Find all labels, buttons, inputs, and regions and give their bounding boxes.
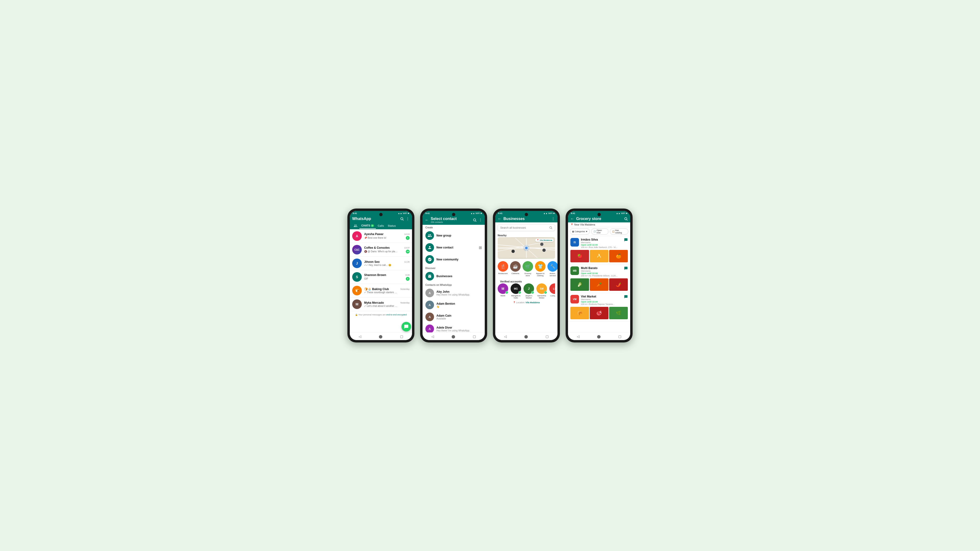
category-apparel[interactable]: 👕 Apparel & clothing	[535, 261, 546, 277]
category-auto[interactable]: 🔧 Autom. service	[547, 261, 557, 277]
verified-lucky[interactable]: LS ✓ Lucky S...	[549, 283, 555, 299]
chat-item-jihoon[interactable]: J Jihoon Seo 11:26 ✓✓ Hey, tried to call…	[350, 257, 412, 270]
search-button-2[interactable]	[473, 218, 477, 222]
contact-aby[interactable]: A Aby John Hey there! I'm using WhatsApp…	[423, 287, 485, 299]
verified-lucky-letter: LS	[553, 287, 555, 290]
search-button[interactable]	[400, 217, 404, 221]
svg-point-13	[550, 227, 552, 229]
chat-item-shannon[interactable]: S Shannon Brown 9:28 GIF 2	[350, 270, 412, 284]
wifi-icon: WiFi	[403, 212, 407, 214]
svg-line-1	[402, 219, 403, 220]
back-button-2[interactable]: ←	[425, 218, 429, 222]
store-multi-name: Multi Barato	[581, 267, 622, 270]
store-irmaos-images: 🍓 🍌 🍊	[570, 250, 628, 262]
recents-nav[interactable]: ▢	[400, 335, 403, 338]
phone-1: 9:41 ▲▲ WiFi ■ WhatsApp	[347, 208, 414, 343]
new-community-icon	[425, 255, 434, 264]
store-multi[interactable]: MB Multi Barato Mercearia Open until 22:…	[568, 265, 630, 293]
menu-button-3[interactable]	[551, 217, 555, 221]
store-multi-type: Mercearia	[581, 270, 622, 272]
chat-badge-ayesha: 1	[406, 236, 410, 240]
recents-nav-4[interactable]: ▢	[618, 335, 621, 338]
signal-icon-2: ▲▲	[471, 212, 475, 214]
new-group-label: New group	[436, 234, 451, 237]
open-now-filter[interactable]: 🕐 Open now	[591, 229, 608, 235]
store-irmaos-open: Open until 22:00	[581, 244, 622, 246]
back-nav-4[interactable]: ◁	[577, 335, 579, 338]
tab-status[interactable]: Status	[386, 223, 398, 229]
chat-item-ayesha[interactable]: A Ayesha Pawar 14:24 📌 Best one there is…	[350, 229, 412, 243]
menu-button[interactable]	[406, 217, 410, 221]
new-group-item[interactable]: New group	[423, 230, 485, 241]
businesses-search-input[interactable]	[500, 226, 549, 229]
contact-name-adele: Adele Diver	[436, 326, 470, 329]
verified-samantha-letter: SW	[540, 287, 544, 290]
phone-3-nav-bar: ◁ ⬤ ▢	[495, 332, 557, 340]
recents-nav-3[interactable]: ▢	[546, 335, 549, 338]
verified-label: Verified accounts	[498, 279, 555, 283]
phone-1-screen: 9:41 ▲▲ WiFi ■ WhatsApp	[350, 211, 412, 340]
new-community-item[interactable]: New community	[423, 254, 485, 265]
phone-2-header: ← Select contact 256 contacts	[423, 215, 485, 225]
back-nav-3[interactable]: ◁	[504, 335, 507, 338]
verified-mangata[interactable]: MG ✓ Mangata & Gallo	[511, 283, 521, 299]
verified-jasper[interactable]: J ✓ Jasper's Market	[523, 283, 534, 299]
home-nav[interactable]: ⬤	[379, 335, 383, 338]
businesses-info: Businesses	[436, 275, 452, 278]
location-footer: 📍 Location: Vila Madalena	[495, 300, 557, 305]
home-nav-3[interactable]: ⬤	[524, 335, 528, 338]
verified-markt[interactable]: M ✓ Markt	[498, 283, 508, 299]
contact-status-adam-c: Available	[436, 318, 452, 320]
verified-samantha[interactable]: SW ✓ Samantha Weber	[536, 283, 547, 299]
tab-calls[interactable]: Calls	[376, 223, 386, 229]
store-irmaos-msg-icon[interactable]	[624, 238, 628, 243]
category-cafeteria[interactable]: ☕ Cafeteria	[510, 261, 520, 277]
back-nav[interactable]: ◁	[359, 335, 361, 338]
store-viet[interactable]: VM Viet Market Mercearia Open until 22:0…	[568, 293, 630, 321]
chats-badge: 3	[371, 224, 374, 227]
chat-item-coffee[interactable]: C&C Coffee & Consoles 13:37 🔇 @ Dario: W…	[350, 243, 412, 257]
contact-adam-c[interactable]: A Adam Cain Available	[423, 311, 485, 323]
tab-groups[interactable]	[352, 222, 360, 229]
chat-item-baking[interactable]: 🍞 🍞🧁 Baking Club Yesterday ✓ These sourd…	[350, 284, 412, 297]
new-contact-item[interactable]: New contact ⊞	[423, 241, 485, 254]
qr-icon[interactable]: ⊞	[479, 245, 482, 250]
back-button-3[interactable]: ←	[498, 217, 501, 221]
contact-name-adam-c: Adam Cain	[436, 314, 452, 318]
back-nav-2[interactable]: ◁	[431, 335, 434, 338]
store-irmaos-distance: 100 m • Rua João Santucci, 270 - Vi...	[581, 246, 622, 248]
store-viet-msg-icon[interactable]	[624, 295, 628, 299]
home-nav-4[interactable]: ⬤	[597, 335, 601, 338]
near-location-text: Near Vila Madalena	[574, 223, 595, 226]
chat-name-row-jihoon: Jihoon Seo 11:26	[364, 260, 410, 264]
verified-mangata-name: Mangata & Gallo	[511, 295, 521, 299]
tab-chats[interactable]: CHATS 3	[360, 223, 376, 229]
recents-nav-2[interactable]: ▢	[473, 335, 476, 338]
store-multi-msg-icon[interactable]	[624, 267, 628, 271]
category-restaurant-icon: 🍴	[498, 261, 508, 272]
menu-button-2[interactable]	[479, 218, 482, 222]
chat-msg-row-myka: ✓ Let's chat about it another time.	[364, 305, 410, 307]
verified-jasper-avatar: J ✓	[523, 283, 534, 294]
filter-row: ▦ Categories ▼ 🕐 Open now 📋 Has catalog	[568, 227, 630, 236]
back-button-4[interactable]: ←	[570, 217, 574, 221]
store-multi-header: MB Multi Barato Mercearia Open until 22:…	[570, 267, 628, 277]
new-chat-fab[interactable]	[401, 322, 411, 332]
category-restaurant[interactable]: 🍴 Restaurant	[498, 261, 508, 277]
search-button-4[interactable]	[624, 217, 628, 221]
home-nav-2[interactable]: ⬤	[452, 335, 455, 338]
map-container[interactable]: 📍 Vila Madalena	[498, 237, 555, 259]
contact-adele[interactable]: A Adele Diver Hey there! I'm using Whats…	[423, 323, 485, 332]
signal-icon-3: ▲▲	[543, 212, 548, 214]
contact-adam-b[interactable]: A Adam Benton 👋	[423, 299, 485, 311]
chat-msg-shannon: GIF	[364, 278, 368, 280]
categories-filter[interactable]: ▦ Categories ▼	[570, 229, 590, 235]
has-catalog-filter[interactable]: 📋 Has catalog	[610, 229, 628, 235]
category-grocery[interactable]: 🛒 Grocery store	[523, 261, 533, 277]
store-irmaos[interactable]: IS Irmãos Silva Mercearia Open until 22:…	[568, 236, 630, 265]
businesses-item[interactable]: Businesses	[423, 270, 485, 282]
store-img-lettuce: 🥬	[570, 278, 589, 291]
chat-item-myka[interactable]: M Myka Mercado Yesterday ✓ Let's chat ab…	[350, 297, 412, 311]
category-grocery-label: Grocery store	[523, 272, 533, 277]
svg-point-0	[401, 218, 403, 220]
